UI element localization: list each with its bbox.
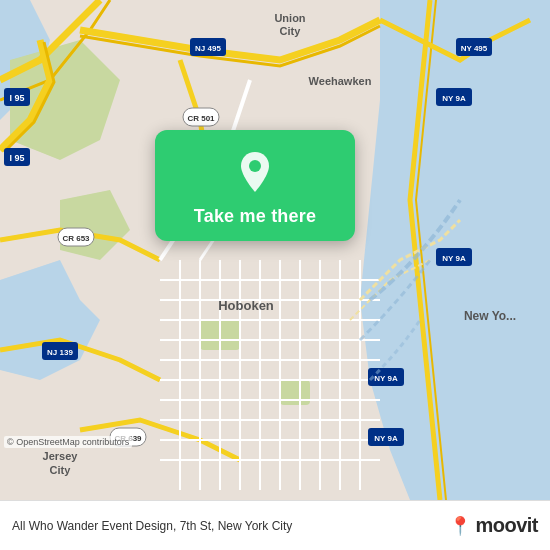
svg-text:City: City [280, 25, 302, 37]
svg-rect-7 [280, 380, 310, 405]
svg-text:Hoboken: Hoboken [218, 298, 274, 313]
take-me-there-card[interactable]: Take me there [155, 130, 355, 241]
location-pin-icon [231, 148, 279, 196]
svg-text:Jersey: Jersey [43, 450, 79, 462]
svg-point-59 [249, 160, 261, 172]
svg-text:NY 9A: NY 9A [442, 94, 466, 103]
bottom-bar: All Who Wander Event Design, 7th St, New… [0, 500, 550, 550]
svg-text:NY 495: NY 495 [461, 44, 488, 53]
svg-text:Weehawken: Weehawken [309, 75, 372, 87]
moovit-brand-text: moovit [475, 514, 538, 537]
location-text: All Who Wander Event Design, 7th St, New… [12, 519, 292, 533]
take-me-there-button-label: Take me there [194, 206, 316, 227]
svg-text:NY 9A: NY 9A [374, 374, 398, 383]
svg-text:Union: Union [274, 12, 305, 24]
svg-text:CR 653: CR 653 [62, 234, 90, 243]
svg-text:NJ 139: NJ 139 [47, 348, 73, 357]
moovit-logo[interactable]: 📍 moovit [449, 514, 538, 537]
svg-text:NY 9A: NY 9A [442, 254, 466, 263]
svg-text:NJ 495: NJ 495 [195, 44, 221, 53]
moovit-pin-icon: 📍 [449, 515, 471, 537]
location-info: All Who Wander Event Design, 7th St, New… [12, 519, 449, 533]
svg-text:City: City [50, 464, 72, 476]
svg-text:I 95: I 95 [9, 93, 24, 103]
map-container: I 95 I 95 NJ 495 CR 501 CR 653 NJ 139 CR… [0, 0, 550, 500]
svg-text:NY 9A: NY 9A [374, 434, 398, 443]
map-background: I 95 I 95 NJ 495 CR 501 CR 653 NJ 139 CR… [0, 0, 550, 500]
svg-text:New Yo...: New Yo... [464, 309, 516, 323]
svg-text:CR 501: CR 501 [187, 114, 215, 123]
osm-attribution: © OpenStreetMap contributors [4, 436, 132, 448]
svg-text:I 95: I 95 [9, 153, 24, 163]
